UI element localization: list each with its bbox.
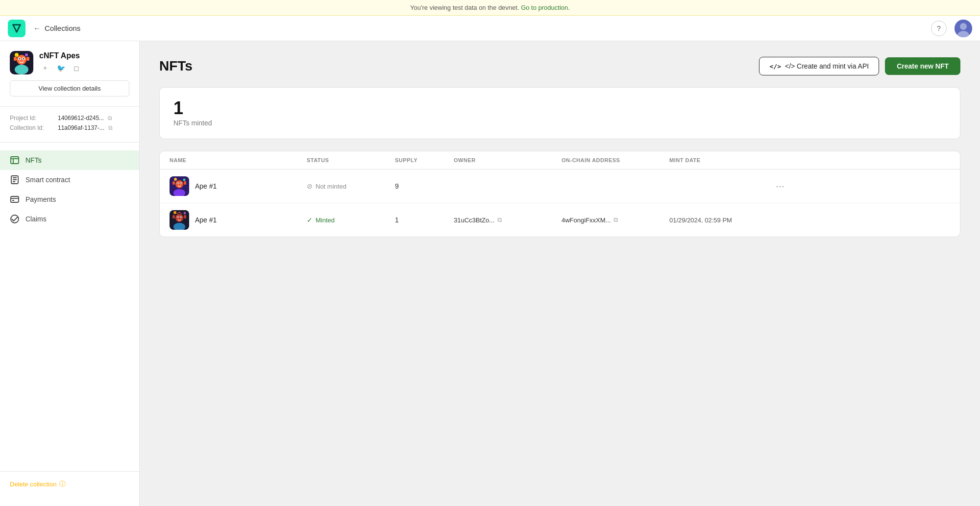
create-new-nft-button[interactable]: Create new NFT — [885, 57, 960, 75]
nav-section: NFTs Smart contract — [0, 143, 139, 471]
payments-icon — [10, 194, 20, 204]
svg-rect-10 — [14, 57, 17, 61]
svg-rect-36 — [172, 215, 175, 218]
owner-copy-icon[interactable]: ⧉ — [497, 216, 502, 224]
on-chain-link-icon[interactable]: ⧉ — [613, 216, 618, 224]
breadcrumb[interactable]: ← Collections — [33, 24, 80, 32]
back-arrow-icon: ← — [33, 24, 41, 32]
sidebar-item-nfts-label: NFTs — [25, 156, 42, 164]
svg-point-1 — [960, 23, 967, 30]
help-button[interactable]: ? — [931, 21, 947, 36]
col-mint-date: MINT DATE — [669, 157, 767, 163]
col-supply: SUPPLY — [395, 157, 454, 163]
svg-point-35 — [180, 217, 181, 217]
col-on-chain-address: ON-CHAIN ADDRESS — [562, 157, 669, 163]
collection-id-value: 11a096af-1137-... — [58, 124, 104, 131]
svg-point-4 — [17, 55, 26, 65]
delete-collection-button[interactable]: Delete collection ⓘ — [10, 480, 129, 488]
banner-text: You're viewing test data on the devnet. — [410, 4, 519, 11]
svg-rect-26 — [184, 181, 186, 185]
twitter-icon[interactable]: 🐦 — [55, 62, 67, 74]
col-name: NAME — [170, 157, 307, 163]
svg-rect-16 — [11, 196, 19, 202]
svg-point-23 — [177, 183, 178, 184]
logo[interactable] — [8, 20, 25, 37]
collection-id-label: Collection Id: — [10, 124, 54, 131]
content-header: NFTs </> </> Create and mint via API Cre… — [159, 57, 960, 75]
breadcrumb-label: Collections — [45, 24, 80, 32]
header: ← Collections ? — [0, 16, 980, 41]
nft-thumbnail-2[interactable] — [170, 210, 189, 230]
sidebar-item-payments[interactable]: Payments — [0, 190, 139, 209]
status-text-1: Not minted — [316, 183, 346, 190]
share-icon[interactable]: ＋ — [39, 62, 51, 74]
minted-check-icon: ✓ — [307, 216, 313, 224]
content-area: NFTs </> </> Create and mint via API Cre… — [140, 41, 980, 506]
devnet-banner: You're viewing test data on the devnet. … — [0, 0, 980, 16]
collection-header: cNFT Apes ＋ 🐦 ◻ View collection details — [0, 51, 139, 107]
header-right: ? — [931, 20, 972, 37]
svg-rect-14 — [11, 157, 19, 164]
go-to-production-link[interactable]: Go to production. — [521, 4, 570, 11]
collection-name: cNFT Apes — [39, 51, 82, 60]
svg-point-12 — [15, 53, 19, 57]
delete-help-icon: ⓘ — [59, 480, 66, 488]
svg-point-31 — [175, 214, 183, 222]
col-actions — [767, 157, 787, 163]
svg-point-13 — [25, 53, 28, 56]
stats-card: 1 NFTs minted — [159, 87, 960, 139]
stats-count: 1 — [173, 99, 946, 117]
btn-api-label: </> Create and mint via API — [785, 62, 869, 70]
smart-contract-icon — [10, 175, 20, 185]
collection-id-row: Collection Id: 11a096af-1137-... ⧉ — [10, 124, 129, 131]
table-row: Ape #1 ✓ Minted 1 31uCc3BtZo... ⧉ 4wFong… — [160, 203, 960, 237]
svg-point-28 — [174, 178, 177, 181]
avatar[interactable] — [955, 20, 972, 37]
svg-rect-37 — [184, 215, 186, 218]
status-text-2: Minted — [316, 217, 335, 224]
svg-point-20 — [175, 180, 183, 188]
svg-point-24 — [180, 183, 181, 184]
col-status: STATUS — [307, 157, 395, 163]
supply-cell-1: 9 — [395, 182, 454, 190]
question-icon: ? — [937, 24, 941, 32]
status-cell-1: ⊘ Not minted — [307, 182, 395, 190]
nft-name-1: Ape #1 — [195, 182, 217, 190]
table-header: NAME STATUS SUPPLY OWNER ON-CHAIN ADDRES… — [160, 151, 960, 169]
not-minted-icon: ⊘ — [307, 182, 313, 190]
sidebar-item-smart-contract[interactable]: Smart contract — [0, 170, 139, 190]
col-owner: OWNER — [454, 157, 562, 163]
svg-point-5 — [15, 65, 28, 74]
sidebar-item-smart-contract-label: Smart contract — [25, 176, 70, 184]
status-cell-2: ✓ Minted — [307, 216, 395, 224]
view-collection-button[interactable]: View collection details — [10, 80, 129, 96]
stats-label: NFTs minted — [173, 119, 946, 127]
link-icon[interactable]: ◻ — [71, 62, 82, 74]
address-cell-2: 4wFongiFxxXM... ⧉ — [562, 216, 669, 224]
more-actions-button-1[interactable]: ⋯ — [773, 179, 787, 193]
project-id-row: Project Id: 14069612-d245... ⧉ — [10, 115, 129, 121]
nft-thumbnail-1[interactable] — [170, 176, 189, 196]
collection-name-block: cNFT Apes ＋ 🐦 ◻ — [39, 51, 82, 74]
svg-rect-17 — [12, 200, 14, 201]
svg-point-40 — [184, 212, 186, 215]
collection-icon-row: ＋ 🐦 ◻ — [39, 62, 82, 74]
claims-icon — [10, 214, 20, 224]
svg-point-9 — [23, 58, 24, 60]
collection-thumbnail — [10, 51, 33, 74]
svg-rect-25 — [172, 181, 175, 185]
sidebar-item-nfts[interactable]: NFTs — [0, 150, 139, 170]
sidebar-item-claims-label: Claims — [25, 215, 47, 223]
sidebar-item-claims[interactable]: Claims — [0, 209, 139, 229]
nft-name-cell-1: Ape #1 — [170, 176, 307, 196]
collection-info: cNFT Apes ＋ 🐦 ◻ — [10, 51, 129, 74]
svg-point-29 — [183, 179, 186, 181]
collection-id-copy-icon[interactable]: ⧉ — [108, 124, 113, 131]
svg-point-39 — [173, 211, 176, 214]
create-via-api-button[interactable]: </> </> Create and mint via API — [759, 57, 879, 75]
nfts-table: NAME STATUS SUPPLY OWNER ON-CHAIN ADDRES… — [159, 151, 960, 237]
owner-cell-2: 31uCc3BtZo... ⧉ — [454, 216, 562, 224]
project-id-copy-icon[interactable]: ⧉ — [108, 115, 112, 121]
page-title: NFTs — [159, 58, 193, 74]
api-icon: </> — [769, 63, 781, 70]
